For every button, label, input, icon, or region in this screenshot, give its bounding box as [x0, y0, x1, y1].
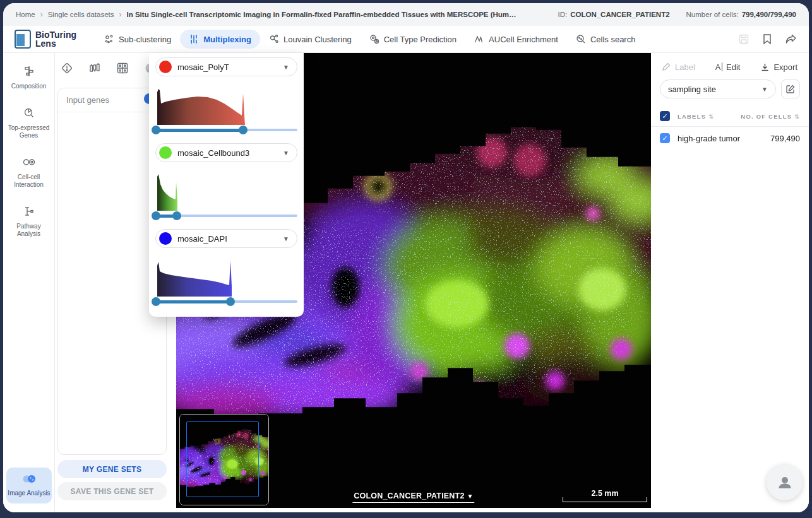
louvain-clustering-icon [269, 34, 279, 44]
intensity-histogram-dapi [156, 256, 297, 297]
slider-handle-max[interactable] [172, 211, 181, 220]
multiplexing-panel: mosaic_PolyT ▼ mosaic_Cellbound3 ▼ [149, 53, 304, 317]
chevron-down-icon: ▼ [761, 86, 768, 93]
chevron-down-icon: ▼ [283, 235, 289, 242]
channel-color-dot [159, 61, 172, 73]
breadcrumb-separator: › [119, 10, 122, 19]
cells-search-icon [576, 34, 586, 44]
sort-icon[interactable]: ⇅ [708, 114, 714, 120]
download-icon [760, 62, 770, 72]
sidebar-item-cell-cell-interaction[interactable]: Cell-cell Interaction [6, 150, 52, 196]
intensity-histogram-cellbound3 [156, 170, 297, 211]
composition-icon [23, 66, 35, 77]
chevron-down-icon: ▼ [283, 64, 289, 71]
sidebar-item-composition[interactable]: Composition [6, 59, 52, 97]
number-of-cells: Number of cells:799,490/799,490 [686, 11, 796, 18]
export-button[interactable]: Export [760, 62, 797, 72]
nav-sub-clustering[interactable]: Sub-clustering [95, 30, 180, 49]
channel-color-dot [159, 146, 172, 159]
breadcrumb-bar: Home › Single cells datasets › In Situ S… [3, 3, 809, 26]
text-cursor-icon: A [715, 62, 722, 72]
intensity-slider-cellbound3[interactable] [156, 211, 297, 221]
chevron-down-icon: ▼ [283, 150, 289, 156]
channel-color-dot [159, 232, 172, 245]
slider-handle-max[interactable] [226, 297, 235, 306]
share-icon[interactable] [785, 33, 797, 45]
channel-block-polyt: mosaic_PolyT ▼ [155, 57, 297, 135]
breadcrumb-separator: › [40, 10, 43, 19]
save-gene-set-button[interactable]: SAVE THIS GENE SET [57, 482, 167, 500]
cells-column-header[interactable]: NO. OF CELLS⇅ [741, 113, 800, 120]
save-icon[interactable] [738, 33, 749, 45]
slider-handle-max[interactable] [239, 126, 248, 134]
sort-icon[interactable]: ⇅ [794, 114, 800, 120]
label-pen-icon [661, 62, 671, 72]
slider-active-range [156, 300, 231, 303]
nav-cells-search[interactable]: Cells search [567, 30, 645, 49]
sidebar-item-image-analysis[interactable]: Image Analysis [6, 468, 52, 504]
cell-type-prediction-icon [369, 34, 379, 44]
app-window: Home › Single cells datasets › In Situ S… [3, 3, 809, 512]
intensity-slider-polyt[interactable] [156, 125, 297, 135]
channel-select-dapi[interactable]: mosaic_DAPI ▼ [155, 229, 297, 248]
bioturing-logo-text: BioTuringLens [35, 30, 76, 48]
cell-cell-interaction-icon [22, 156, 36, 168]
sub-clustering-icon [104, 34, 114, 44]
edit-button[interactable]: A Edit [715, 62, 741, 72]
minimap[interactable] [179, 414, 269, 505]
dataset-selector[interactable]: COLON_CANCER_PATIENT2▼ [352, 492, 474, 503]
left-sidebar: Composition Top-expressed Genes Cell-cel… [3, 53, 55, 512]
main-toolbar: BioTuringLens Sub-clustering Multiplexin… [3, 26, 809, 53]
breadcrumb-home[interactable]: Home [16, 11, 35, 18]
sidebar-item-pathway-analysis[interactable]: Pathway Analysis [6, 199, 52, 245]
pencil-square-icon [785, 84, 796, 94]
nav-louvain-clustering[interactable]: Louvain Clustering [260, 30, 361, 49]
slider-handle-min[interactable] [152, 297, 160, 306]
slider-active-range [156, 129, 244, 132]
nav-multiplexing[interactable]: Multiplexing [180, 30, 260, 49]
breadcrumb-datasets[interactable]: Single cells datasets [48, 11, 114, 18]
slider-handle-min[interactable] [152, 211, 160, 220]
bookmark-icon[interactable] [762, 33, 772, 45]
metadata-group-select[interactable]: sampling site ▼ [660, 79, 776, 98]
labels-panel: Label A Edit Export sampling site ▼ ✓ LA… [651, 53, 809, 512]
label-name: high-grade tumor [678, 134, 740, 143]
breadcrumb-current-title: In Situ Single-cell Transcriptomic Imagi… [127, 11, 516, 18]
table-row: ✓ high-grade tumor 799,490 [651, 127, 809, 150]
bioturing-logo-icon [15, 30, 31, 49]
scale-bar-line [563, 497, 647, 502]
pathway-analysis-icon [23, 206, 35, 217]
label-button[interactable]: Label [661, 62, 695, 72]
user-avatar-button[interactable] [767, 464, 803, 500]
bar-chart-icon[interactable] [85, 59, 104, 78]
image-analysis-icon [20, 474, 39, 484]
aucell-enrichment-icon [474, 34, 484, 44]
grid-plate-icon[interactable] [113, 59, 132, 78]
gene-search-input[interactable] [66, 95, 136, 105]
intensity-slider-dapi[interactable] [156, 297, 297, 307]
my-gene-sets-button[interactable]: MY GENE SETS [57, 460, 167, 478]
channel-select-cellbound3[interactable]: mosaic_Cellbound3 ▼ [155, 143, 297, 162]
sidebar-item-top-expressed-genes[interactable]: Top-expressed Genes [6, 101, 52, 146]
label-cell-count: 799,490 [770, 134, 800, 143]
channel-block-dapi: mosaic_DAPI ▼ [155, 229, 297, 307]
select-all-checkbox[interactable]: ✓ [660, 111, 670, 121]
dataset-id: ID:COLON_CANCER_PATIENT2 [558, 11, 669, 18]
labels-column-header[interactable]: LABELS⇅ [678, 113, 714, 120]
labels-table-header: ✓ LABELS⇅ NO. OF CELLS⇅ [651, 106, 809, 127]
channel-select-polyt[interactable]: mosaic_PolyT ▼ [155, 57, 297, 76]
labels-actions-row: Label A Edit Export [651, 53, 809, 78]
scale-bar-label: 2.5 mm [563, 489, 647, 498]
slider-handle-min[interactable] [152, 126, 160, 134]
scale-bar: 2.5 mm [563, 488, 647, 502]
person-icon [776, 474, 794, 492]
edit-metadata-button[interactable] [781, 79, 800, 98]
nav-aucell-enrichment[interactable]: AUCell Enrichment [465, 30, 567, 49]
channel-block-cellbound3: mosaic_Cellbound3 ▼ [155, 143, 297, 221]
row-checkbox[interactable]: ✓ [660, 133, 670, 143]
minimap-viewport-rect[interactable] [186, 421, 259, 497]
bioturing-logo[interactable]: BioTuringLens [15, 30, 76, 49]
warning-diamond-icon[interactable] [57, 59, 76, 78]
chevron-down-icon: ▼ [467, 493, 474, 500]
nav-cell-type-prediction[interactable]: Cell Type Prediction [361, 30, 465, 49]
